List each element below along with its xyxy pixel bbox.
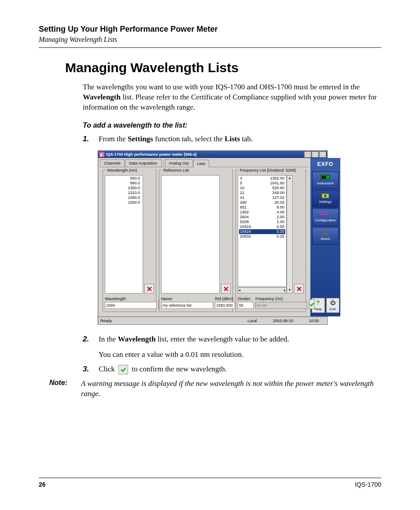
frequency-confirm-button[interactable] xyxy=(309,299,315,309)
svg-rect-7 xyxy=(321,214,323,215)
status-date: 2002-06-10 xyxy=(265,317,301,324)
svg-rect-10 xyxy=(324,233,327,235)
frequency-group: Frequency List [Dividend: 5208] 41302.00… xyxy=(236,170,306,312)
svg-point-3 xyxy=(324,194,327,197)
nav-instrument[interactable]: Instrument xyxy=(312,172,339,189)
svg-rect-1 xyxy=(322,176,326,179)
wavelength-input-label: Wavelength: xyxy=(105,296,157,301)
confirm-icon xyxy=(118,365,128,374)
window-title: IQS-1700 High performance power meter [9… xyxy=(106,152,304,157)
frequency-hz-input xyxy=(255,302,307,309)
footer-rule xyxy=(39,477,381,478)
chapter-title: Setting Up Your High Performance Power M… xyxy=(39,25,381,34)
minimize-button[interactable]: _ xyxy=(304,151,311,158)
wavelength-group: Wavelength (nm) 850.0980.01300.01310.014… xyxy=(103,170,156,312)
svg-rect-4 xyxy=(321,212,323,213)
header-rule xyxy=(39,47,381,48)
power-icon: ⏻ xyxy=(330,299,335,306)
right-sidebar: EXFO Instrument Settings Configuration xyxy=(310,158,340,316)
instrument-icon xyxy=(321,174,330,180)
about-icon xyxy=(321,230,330,236)
close-button[interactable]: × xyxy=(319,151,326,158)
help-icon: ? xyxy=(317,299,320,306)
settings-icon xyxy=(321,193,330,199)
status-bar: Ready Local 2002-06-10 10:50 xyxy=(98,316,327,324)
step-number: 2. xyxy=(83,334,92,360)
wavelength-delete-button[interactable] xyxy=(144,284,154,294)
app-icon: ◧ xyxy=(99,152,104,157)
svg-rect-8 xyxy=(324,214,325,215)
status-ready: Ready xyxy=(98,317,239,324)
wavelength-input[interactable] xyxy=(105,302,157,309)
frequency-listbox[interactable]: 41302.0051041.6010520.8021248.0041127.02… xyxy=(238,175,287,287)
status-time: 10:50 xyxy=(301,317,327,324)
frequency-divider-label: Divider: xyxy=(238,296,254,301)
footer-model: IQS-1700 xyxy=(355,481,381,488)
step-3: 3. Click to confirm the new wavelength. xyxy=(83,364,381,374)
frequency-hz-label: Frequency (Hz): xyxy=(255,296,307,301)
wavelength-listbox[interactable]: 850.0980.01300.01310.01480.01550.0 xyxy=(105,175,143,294)
nav-settings[interactable]: Settings xyxy=(312,190,339,208)
tab-data-acquisition[interactable]: Data Acquisition xyxy=(125,159,162,167)
intro-paragraph: The wavelengths you want to use with you… xyxy=(83,82,381,113)
note-text: A warning message is displayed if the ne… xyxy=(81,379,381,399)
reference-delete-button[interactable] xyxy=(221,284,231,294)
step-number: 3. xyxy=(83,364,92,374)
frequency-divider-input[interactable] xyxy=(238,302,254,309)
page-number: 26 xyxy=(39,481,46,488)
reference-group: Reference List Name: xyxy=(159,170,233,312)
frequency-scroll-horizontal[interactable]: ◂▸ xyxy=(238,287,287,294)
step-text: From the Settings function tab, select t… xyxy=(99,134,381,144)
frequency-scroll-vertical[interactable]: ▴▾ xyxy=(287,175,293,294)
frequency-group-title: Frequency List [Dividend: 5208] xyxy=(239,168,305,173)
status-mode: Local xyxy=(239,317,265,324)
step-2: 2. In the Wavelength list, enter the wav… xyxy=(83,334,381,360)
step-text: In the Wavelength list, enter the wavele… xyxy=(99,334,381,360)
maximize-button[interactable]: □ xyxy=(312,151,319,158)
nav-configuration[interactable]: Configuration xyxy=(312,209,339,226)
reference-ref-input[interactable] xyxy=(215,302,235,309)
reference-ref-label: Ref.(dBm): xyxy=(215,296,235,301)
configuration-icon xyxy=(321,211,330,217)
svg-rect-9 xyxy=(326,214,328,215)
tab-bar: Channels Data Acquisition Analog Out Lis… xyxy=(98,158,310,167)
frequency-delete-button[interactable] xyxy=(294,284,304,294)
step-text: Click to confirm the new wavelength. xyxy=(99,364,381,374)
svg-rect-6 xyxy=(326,212,328,213)
tab-channels[interactable]: Channels xyxy=(100,159,125,167)
window-titlebar: ◧ IQS-1700 High performance power meter … xyxy=(98,151,327,158)
nav-about[interactable]: About xyxy=(312,227,339,245)
tab-analog-out[interactable]: Analog Out xyxy=(165,159,193,167)
reference-name-input[interactable] xyxy=(161,302,213,309)
brand-logo: EXFO xyxy=(317,161,334,168)
tab-lists[interactable]: Lists xyxy=(193,160,210,167)
page-footer: 26 IQS-1700 xyxy=(39,477,381,488)
note-label: Note: xyxy=(49,379,75,399)
page-heading: Managing Wavelength Lists xyxy=(65,60,381,75)
svg-rect-5 xyxy=(324,212,325,213)
reference-group-title: Reference List xyxy=(162,168,232,173)
app-screenshot: ◧ IQS-1700 High performance power meter … xyxy=(98,150,381,325)
reference-name-label: Name: xyxy=(161,296,213,301)
section-breadcrumb: Managing Wavelength Lists xyxy=(39,36,381,44)
wavelength-group-title: Wavelength (nm) xyxy=(106,168,155,173)
reference-listbox[interactable] xyxy=(161,175,220,294)
step-number: 1. xyxy=(83,134,92,144)
exit-button[interactable]: ⏻ Exit xyxy=(326,298,339,313)
note: Note: A warning message is displayed if … xyxy=(49,379,381,399)
step-1: 1. From the Settings function tab, selec… xyxy=(83,134,381,144)
procedure-subhead: To add a wavelength to the list: xyxy=(83,121,381,130)
